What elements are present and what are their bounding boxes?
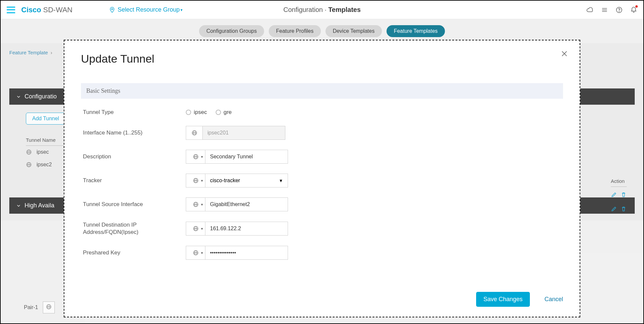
scope-selector[interactable]: [186, 222, 205, 236]
notifications-icon[interactable]: [630, 6, 637, 14]
tracker-select[interactable]: cisco-tracker ▼: [205, 174, 288, 188]
col-action: Action: [611, 178, 627, 187]
scope-selector[interactable]: [186, 126, 202, 140]
cancel-button[interactable]: Cancel: [544, 296, 563, 303]
scope-selector[interactable]: [186, 150, 205, 164]
breadcrumb-item[interactable]: Feature Template: [9, 50, 48, 55]
chevron-down-icon: [16, 94, 21, 99]
brand-cisco: Cisco: [21, 6, 41, 14]
svg-point-5: [619, 11, 619, 12]
help-icon[interactable]: [615, 6, 623, 14]
row-preshared-key: Preshared Key: [83, 246, 563, 260]
cloud-icon[interactable]: [586, 6, 594, 14]
radio-ipsec[interactable]: ipsec: [186, 109, 207, 116]
section-configuration-label: Configuratio: [25, 93, 57, 100]
tab-device-templates[interactable]: Device Templates: [325, 25, 382, 37]
tasks-icon[interactable]: [601, 6, 608, 14]
tab-config-groups[interactable]: Configuration Groups: [199, 25, 264, 37]
close-icon: [560, 50, 568, 58]
source-interface-input[interactable]: [205, 197, 288, 211]
edit-icon[interactable]: [611, 191, 617, 198]
label-interface-name: Interface Name (1..255): [83, 129, 186, 136]
pair-label: Pair-1: [24, 304, 38, 310]
save-changes-button[interactable]: Save Changes: [476, 292, 530, 307]
description-input[interactable]: [205, 150, 288, 164]
tab-feature-profiles[interactable]: Feature Profiles: [269, 25, 321, 37]
chevron-right-icon: ›: [50, 50, 52, 55]
radio-icon: [216, 110, 221, 115]
caret-down-icon: ▼: [279, 178, 283, 183]
page-title: Configuration · Templates: [283, 6, 361, 14]
page-title-sep: ·: [324, 6, 326, 13]
destination-ip-input[interactable]: [205, 222, 288, 236]
modal-footer: Save Changes Cancel: [476, 292, 563, 307]
label-description: Description: [83, 153, 186, 160]
tab-feature-templates[interactable]: Feature Templates: [387, 25, 445, 37]
pair-globe-selector[interactable]: [43, 301, 55, 313]
edit-icon[interactable]: [611, 206, 617, 212]
globe-icon: [26, 149, 32, 155]
interface-name-input: [202, 126, 285, 140]
tunnel-type-radio-group: ipsec gre: [186, 109, 232, 116]
row-description: Description: [83, 150, 563, 164]
top-bar: Cisco SD-WAN Select Resource Group ▾ Con…: [1, 1, 643, 19]
chevron-down-icon: ▾: [180, 8, 182, 12]
update-tunnel-modal: Update Tunnel Basic Settings Tunnel Type…: [64, 40, 580, 317]
radio-gre[interactable]: gre: [216, 109, 232, 116]
label-tunnel-type: Tunnel Type: [83, 109, 186, 116]
row-tunnel-type: Tunnel Type ipsec gre: [83, 109, 563, 116]
radio-icon: [186, 110, 191, 115]
label-source-interface: Tunnel Source Interface: [83, 201, 186, 208]
row-source-interface: Tunnel Source Interface: [83, 197, 563, 211]
page-title-page: Templates: [328, 6, 361, 13]
radio-ipsec-label: ipsec: [194, 109, 207, 116]
scope-selector[interactable]: [186, 174, 205, 188]
svg-point-0: [111, 8, 113, 10]
label-preshared-key: Preshared Key: [83, 249, 186, 256]
modal-title: Update Tunnel: [81, 52, 563, 65]
globe-icon: [46, 304, 52, 310]
radio-gre-label: gre: [224, 109, 232, 116]
basic-settings-header: Basic Settings: [81, 83, 563, 99]
resource-group-label: Select Resource Group: [117, 6, 179, 13]
action-column: Action: [611, 178, 627, 220]
hamburger-menu-icon[interactable]: [7, 7, 15, 13]
label-tracker: Tracker: [83, 177, 186, 184]
chevron-down-icon: [16, 203, 21, 208]
globe-icon: [193, 226, 199, 232]
add-tunnel-button[interactable]: Add Tunnel: [26, 113, 65, 125]
form: Tunnel Type ipsec gre Interface Name (1.…: [81, 109, 563, 260]
delete-icon[interactable]: [620, 191, 627, 198]
close-button[interactable]: [560, 50, 568, 59]
location-pin-icon: [109, 7, 115, 13]
row-tracker: Tracker cisco-tracker ▼: [83, 174, 563, 188]
globe-icon: [193, 154, 199, 160]
delete-icon[interactable]: [620, 206, 627, 212]
section-ha-label: High Availa: [25, 202, 54, 209]
page-title-section: Configuration: [283, 6, 323, 13]
globe-icon: [193, 250, 199, 256]
topbar-actions: [586, 6, 637, 14]
scope-selector[interactable]: [186, 246, 205, 260]
row-interface-name: Interface Name (1..255): [83, 126, 563, 140]
globe-icon: [26, 162, 32, 168]
pair-row: Pair-1: [24, 301, 55, 313]
resource-group-selector[interactable]: Select Resource Group ▾: [109, 6, 182, 13]
globe-icon: [191, 130, 197, 136]
globe-icon: [193, 178, 199, 184]
scope-selector[interactable]: [186, 197, 205, 211]
tunnel-name-cell: ipsec: [36, 149, 49, 155]
tunnel-name-cell: ipsec2: [36, 162, 52, 168]
label-destination-ip: Tunnel Destination IP Address/FQDN(Ipsec…: [83, 221, 186, 236]
row-destination-ip: Tunnel Destination IP Address/FQDN(Ipsec…: [83, 221, 563, 236]
tracker-value: cisco-tracker: [210, 178, 240, 184]
brand-logo: Cisco SD-WAN: [21, 6, 72, 14]
globe-icon: [193, 201, 199, 207]
brand-product: SD-WAN: [43, 6, 72, 14]
preshared-key-input[interactable]: [205, 246, 288, 260]
